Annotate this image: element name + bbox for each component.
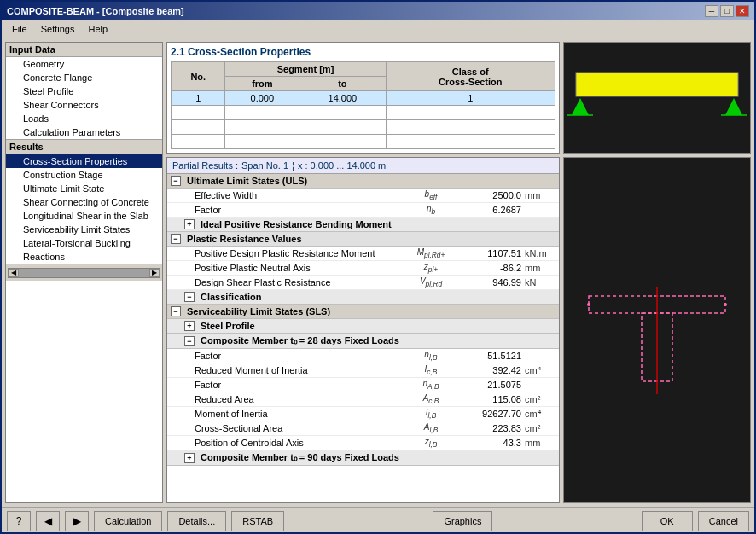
shear-resistance-symbol: Vpl,Rd [405, 276, 457, 288]
composite-28-label: Composite Member t₀ = 28 days Fixed Load… [201, 335, 399, 346]
expand-icon: − [171, 176, 181, 186]
sidebar-item-sls[interactable]: Serviceability Limit States [6, 223, 162, 236]
factor-lb-row: Factor nl,B 51.5121 [167, 349, 559, 363]
back-btn[interactable]: ◀ [36, 511, 60, 531]
sidebar-item-geometry[interactable]: Geometry [6, 57, 162, 71]
sidebar-item-construction[interactable]: Construction Stage [6, 168, 162, 182]
table-row [172, 106, 555, 120]
close-button[interactable]: ✕ [736, 5, 749, 17]
sidebar-item-shear-connectors[interactable]: Shear Connectors [6, 98, 162, 112]
plastic-label: Plastic Resistance Values [187, 234, 302, 244]
forward-btn[interactable]: ▶ [65, 511, 89, 531]
details-button[interactable]: Details... [167, 511, 226, 531]
cross-sectional-area-symbol: Al,B [405, 422, 457, 434]
table-row [172, 135, 555, 149]
sidebar-item-uls[interactable]: Ultimate Limit State [6, 182, 162, 195]
reduced-area-label: Reduced Area [167, 393, 405, 405]
sidebar-item-steel-profile[interactable]: Steel Profile [6, 84, 162, 98]
window-title: COMPOSITE-BEAM - [Composite beam] [7, 6, 184, 16]
composite-90-header[interactable]: + Composite Member t₀ = 90 days Fixed Lo… [167, 450, 559, 466]
svg-point-8 [587, 303, 590, 306]
plastic-group-header[interactable]: − Plastic Resistance Values [167, 232, 559, 247]
cross-sectional-area-value: 223.83 [457, 423, 525, 433]
cross-section-graphic [564, 158, 750, 502]
classification-label: Classification [201, 292, 262, 302]
pos-moment-row: Positive Design Plastic Resistance Momen… [167, 247, 559, 261]
sidebar-item-loads[interactable]: Loads [6, 112, 162, 125]
factor-nb-label: Factor [167, 204, 405, 216]
beam-graphic-panel [563, 42, 751, 154]
calculation-button[interactable]: Calculation [94, 511, 162, 531]
shear-resistance-label: Design Shear Plastic Resistance [167, 276, 405, 288]
left-panel: Input Data Geometry Concrete Flange Stee… [5, 42, 163, 503]
menu-help[interactable]: Help [81, 22, 114, 36]
partial-results-range: x : 0.000 ... 14.000 m [298, 160, 386, 171]
sidebar-item-cross-section[interactable]: Cross-Section Properties [6, 154, 162, 168]
centroidal-axis-unit: mm [525, 438, 559, 448]
ideal-moment-header[interactable]: + Ideal Positive Resistance Bending Mome… [167, 218, 559, 232]
sidebar-item-long-shear[interactable]: Longitudinal Shear in the Slab [6, 209, 162, 223]
shear-resistance-value: 946.99 [457, 277, 525, 287]
reduced-inertia-symbol: Ic,B [405, 364, 457, 376]
factor-lb-symbol: nl,B [405, 350, 457, 362]
cell-class: 1 [386, 91, 555, 106]
cross-section-svg [572, 253, 742, 407]
col-segment: Segment [m] [225, 62, 386, 77]
graphics-button[interactable]: Graphics [433, 511, 492, 531]
cross-sectional-area-label: Cross-Sectional Area [167, 422, 405, 434]
cell-to: 14.000 [299, 91, 386, 106]
side-graphic-panel [563, 157, 751, 503]
ok-button[interactable]: OK [642, 511, 693, 531]
factor-lb-value: 51.5121 [457, 351, 525, 361]
scroll-left-btn[interactable]: ◀ [9, 269, 19, 277]
scroll-right-btn[interactable]: ▶ [149, 269, 160, 277]
reduced-inertia-unit: cm⁴ [525, 365, 559, 376]
results-body[interactable]: − Ultimate Limit States (ULS) Effective … [167, 174, 559, 502]
classification-header[interactable]: − Classification [167, 290, 559, 305]
reduced-area-row: Reduced Area Ac,B 115.08 cm² [167, 392, 559, 407]
right-panel: 2.1 Cross-Section Properties No. Segment… [166, 42, 751, 503]
steel-profile-sls-header[interactable]: + Steel Profile [167, 319, 559, 334]
moment-inertia-unit: cm⁴ [525, 409, 559, 420]
sidebar-item-calc-params[interactable]: Calculation Parameters [6, 125, 162, 139]
composite-28-header[interactable]: − Composite Member t₀ = 28 days Fixed Lo… [167, 334, 559, 349]
menu-file[interactable]: File [5, 22, 34, 36]
maximize-button[interactable]: □ [720, 5, 734, 17]
cell-from: 0.000 [225, 91, 299, 106]
sls-group-header[interactable]: − Serviceability Limit States (SLS) [167, 305, 559, 319]
factor-nb-row: Factor nb 6.2687 [167, 203, 559, 218]
svg-point-9 [724, 303, 727, 306]
minimize-button[interactable]: ─ [705, 5, 718, 17]
cancel-button[interactable]: Cancel [698, 511, 749, 531]
left-panel-scrollbar: ◀ ▶ [6, 264, 162, 281]
cell-no: 1 [172, 91, 225, 106]
ideal-moment-label: Ideal Positive Resistance Bending Moment [201, 219, 392, 229]
centroidal-axis-label: Position of Centroidal Axis [167, 437, 405, 449]
composite-90-label: Composite Member t₀ = 90 days Fixed Load… [201, 452, 399, 463]
main-content: Input Data Geometry Concrete Flange Stee… [2, 38, 754, 534]
svg-marker-2 [725, 98, 742, 115]
help-icon-btn[interactable]: ? [7, 511, 31, 531]
rstab-button[interactable]: RSTAB [231, 511, 284, 531]
sidebar-item-concrete-flange[interactable]: Concrete Flange [6, 71, 162, 84]
effective-width-value: 2500.0 [457, 190, 525, 200]
results-header-bar: Partial Results : Span No. 1 ¦ x : 0.000… [167, 158, 559, 174]
sidebar-item-reactions[interactable]: Reactions [6, 250, 162, 264]
centroidal-axis-row: Position of Centroidal Axis zl,B 43.3 mm [167, 436, 559, 450]
effective-width-row: Effective Width beff 2500.0 mm [167, 189, 559, 203]
table-row[interactable]: 1 0.000 14.000 1 [172, 91, 555, 106]
menu-settings[interactable]: Settings [34, 22, 82, 36]
reduced-area-symbol: Ac,B [405, 393, 457, 405]
results-header: Results [6, 139, 162, 154]
sidebar-item-shear-connecting[interactable]: Shear Connecting of Concrete [6, 195, 162, 209]
col-class: Class ofCross-Section [386, 62, 555, 91]
neutral-axis-symbol: zpl+ [405, 262, 457, 274]
scrollbar-track[interactable]: ◀ ▶ [8, 268, 160, 278]
sidebar-item-ltb[interactable]: Lateral-Torsional Buckling [6, 236, 162, 250]
partial-results-sep: ¦ [292, 160, 294, 171]
reduced-area-unit: cm² [525, 394, 559, 404]
cross-sectional-area-row: Cross-Sectional Area Al,B 223.83 cm² [167, 421, 559, 436]
bottom-toolbar: ? ◀ ▶ Calculation Details... RSTAB Graph… [2, 507, 754, 534]
uls-group-header[interactable]: − Ultimate Limit States (ULS) [167, 174, 559, 189]
pos-moment-symbol: Mpl,Rd+ [405, 247, 457, 259]
